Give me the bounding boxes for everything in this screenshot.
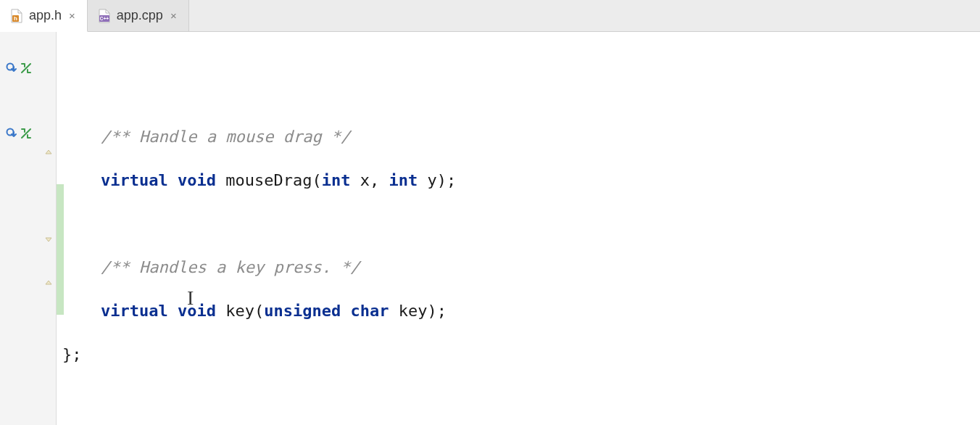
fn-mousedrag: mouseDrag <box>225 171 312 189</box>
kw-char: char <box>350 302 389 320</box>
fold-handle-icon[interactable] <box>44 148 53 157</box>
vcs-change-marker <box>57 184 64 315</box>
kw-unsigned: unsigned <box>264 302 341 320</box>
implements-icon <box>20 128 32 139</box>
code-area[interactable]: /** Handle a mouse drag */ virtual void … <box>57 32 980 425</box>
tab-app-h[interactable]: h app.h × <box>0 0 88 32</box>
svg-text:C++: C++ <box>100 16 109 21</box>
h-file-icon: h <box>10 9 23 23</box>
cpp-file-icon: C++ <box>98 9 111 23</box>
kw-int: int <box>389 171 418 189</box>
fn-key: key <box>225 302 254 320</box>
kw-virtual: virtual <box>101 171 168 189</box>
kw-int: int <box>322 171 351 189</box>
param-y: y <box>427 171 436 189</box>
kw-void: void <box>178 302 216 320</box>
param-key: key <box>399 302 428 320</box>
code-comment: /** Handle a mouse drag */ <box>101 128 350 146</box>
override-down-icon <box>6 128 17 139</box>
code-comment: /** Handles a key press. */ <box>101 258 360 276</box>
gutter-override-mark[interactable] <box>6 62 32 74</box>
fold-handle-icon[interactable] <box>44 278 53 287</box>
kw-virtual: virtual <box>101 302 168 320</box>
tab-app-cpp[interactable]: C++ app.cpp × <box>88 0 189 31</box>
implements-icon <box>20 62 32 74</box>
param-x: x <box>360 171 370 189</box>
fold-handle-icon[interactable] <box>44 235 53 244</box>
kw-void: void <box>178 171 216 189</box>
close-icon[interactable]: × <box>169 10 178 21</box>
svg-text:h: h <box>14 15 17 22</box>
gutter-override-mark[interactable] <box>6 128 32 139</box>
tab-bar: h app.h × C++ app.cpp × <box>0 0 980 32</box>
gutter <box>0 32 57 425</box>
tab-label: app.cpp <box>117 8 163 23</box>
close-icon[interactable]: × <box>67 10 77 21</box>
class-close-brace: }; <box>62 345 82 363</box>
editor: /** Handle a mouse drag */ virtual void … <box>0 32 980 425</box>
tab-label: app.h <box>29 8 62 23</box>
override-down-icon <box>6 62 17 74</box>
